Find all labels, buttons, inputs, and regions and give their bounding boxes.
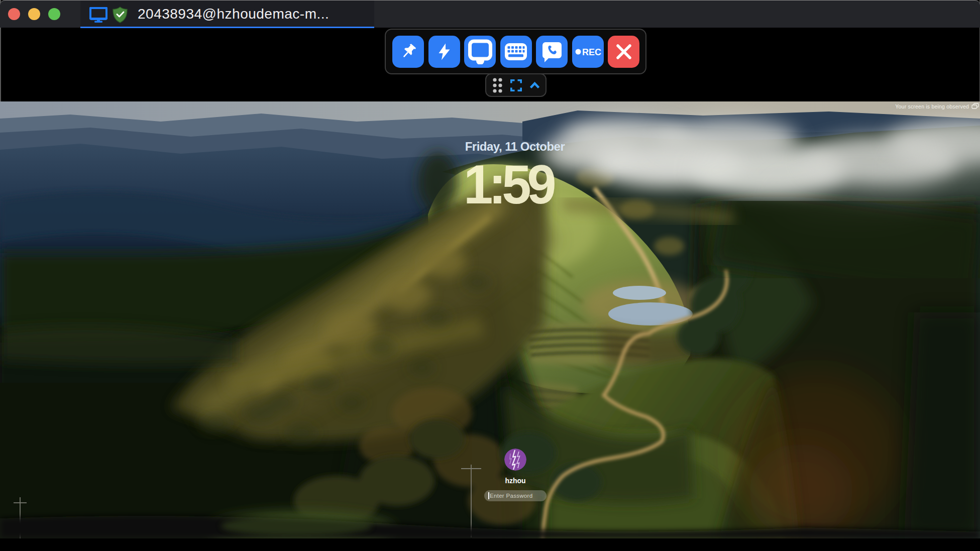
svg-text:REC: REC (582, 47, 601, 57)
